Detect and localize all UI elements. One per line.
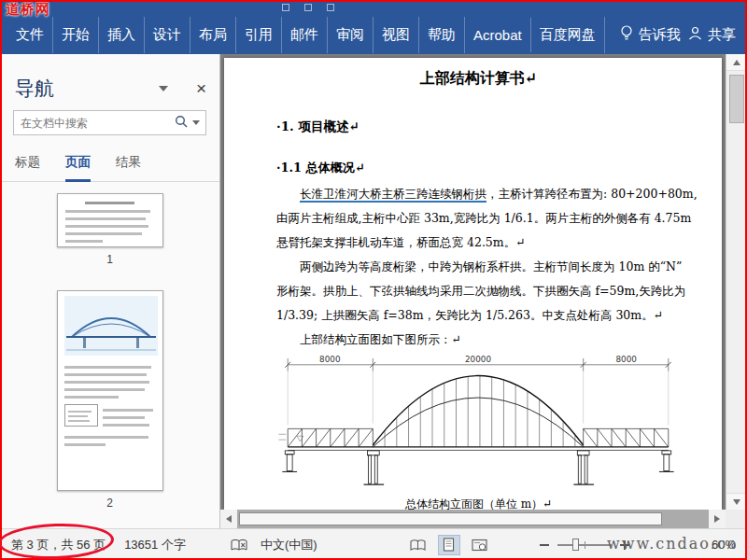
doc-paragraph-line: 悬臂托架支撑非机动车道，桥面总宽 42.5m。↵	[276, 231, 681, 255]
horizontal-scrollbar[interactable]	[220, 510, 726, 528]
site-logo: 道桥网	[6, 1, 50, 19]
page-thumbnail-list: 1	[0, 182, 219, 510]
navigation-title: 导航	[15, 76, 54, 102]
search-input[interactable]	[14, 117, 175, 130]
bridge-figure-wrap: 8000 20000 8000	[276, 356, 681, 495]
zoom-slider-handle[interactable]	[572, 539, 579, 551]
scroll-right-button[interactable]	[709, 510, 726, 528]
thumbnail-diagram-row	[64, 404, 156, 431]
doc-figure-intro: 上部结构立面图如下图所示：↵	[276, 328, 681, 352]
thumbnail-text-line	[64, 381, 149, 384]
tab-baidu-netdisk[interactable]: 百度网盘	[531, 17, 605, 53]
thumbnail-bridge-image	[64, 296, 158, 356]
deck-lines	[288, 447, 669, 450]
print-layout-button[interactable]	[438, 535, 460, 555]
search-box	[13, 110, 206, 135]
zoom-out-button[interactable]	[540, 544, 549, 546]
tab-layout[interactable]: 布局	[190, 17, 236, 53]
zoom-slider[interactable]	[557, 544, 612, 546]
thumbnail-text-line	[64, 396, 120, 399]
thumbnail-label-2: 2	[0, 497, 219, 510]
tab-file[interactable]: 文件	[7, 17, 53, 53]
doc-paragraph-line: 长淮卫淮河大桥主桥三跨连续钢桁拱，主桥计算跨径布置为: 80+200+80m,	[276, 182, 681, 206]
close-icon[interactable]: ×	[196, 81, 206, 96]
thumbnail-text-line	[64, 388, 145, 391]
nav-tab-pages[interactable]: 页面	[65, 154, 91, 182]
tab-mailings[interactable]: 邮件	[282, 17, 328, 53]
search-dropdown-icon[interactable]	[192, 120, 200, 125]
thumbnail-label-1: 1	[0, 253, 219, 266]
quick-access-icon[interactable]	[304, 4, 312, 11]
dimension-lines	[285, 358, 670, 426]
arrow-left-icon	[226, 515, 232, 523]
tell-me-button[interactable]: 告诉我	[620, 24, 681, 45]
word-window: 文件 开始 插入 设计 布局 引用 邮件 审阅 视图 帮助 Acrobat 百度…	[0, 0, 747, 560]
thumbnail-text-line	[64, 373, 147, 376]
scroll-up-button[interactable]	[726, 54, 747, 71]
bridge-elevation-figure: 8000 20000 8000	[276, 356, 680, 491]
figure-caption: 总体结构立面图（单位 m）↵	[276, 497, 681, 510]
title-bar	[0, 0, 747, 15]
thumbnail-text-line	[103, 424, 149, 427]
navigation-tabs: 标题 页面 结果	[0, 135, 219, 182]
grammar-underline-text: 长淮卫淮河大桥主桥三跨连续钢桁拱	[300, 187, 486, 203]
tab-design[interactable]: 设计	[145, 17, 190, 53]
tab-review[interactable]: 审阅	[328, 17, 374, 53]
thumbnail-text-line	[103, 409, 153, 412]
tab-view[interactable]: 视图	[374, 17, 419, 53]
quick-access-toolbar[interactable]	[282, 4, 334, 11]
arrow-up-icon	[733, 60, 740, 65]
page-thumbnail-1[interactable]	[57, 193, 163, 247]
page-thumbnail-2[interactable]	[57, 290, 163, 491]
thumbnail-text-line	[65, 232, 143, 235]
elevation-marks	[278, 434, 303, 441]
tab-references[interactable]: 引用	[236, 17, 282, 53]
thumbnail-text-line	[65, 217, 146, 220]
tab-home[interactable]: 开始	[53, 17, 99, 53]
app-body: 导航 × 标题 页面 结果	[0, 54, 747, 528]
thumbnail-text-line	[65, 210, 150, 213]
web-layout-button[interactable]	[469, 535, 491, 555]
thumbnail-text-line	[65, 225, 148, 228]
navigation-pane: 导航 × 标题 页面 结果	[0, 54, 220, 528]
chevron-down-icon[interactable]	[159, 86, 168, 91]
horizontal-scroll-thumb[interactable]	[239, 512, 662, 525]
thumbnail-text-line	[65, 240, 103, 243]
doc-paragraph-line: 1/3.39; 上拱圈矢高 f=38m，矢跨比为 1/5.263。中支点处桁高 …	[276, 303, 681, 328]
page-indicator[interactable]: 第 3 页，共 56 页	[11, 537, 106, 553]
share-button[interactable]: 共享	[688, 26, 740, 44]
arch-chords	[373, 376, 583, 447]
tab-insert[interactable]: 插入	[99, 17, 145, 53]
vertical-scroll-thumb[interactable]	[729, 75, 744, 123]
doc-paragraph-line: 两侧边跨为等高度桁梁，中跨为钢桁系杆拱。主桁节间长度为 10m 的“N”	[276, 255, 681, 279]
arrow-down-icon	[733, 499, 740, 505]
view-switcher	[407, 535, 491, 555]
document-page[interactable]: 上部结构计算书↵ ·1. 项目概述↵ ·1.1 总体概况↵ 长淮卫淮河大桥主桥三…	[224, 58, 722, 510]
dim-label-mid: 20000	[465, 356, 491, 364]
tab-help[interactable]: 帮助	[419, 17, 465, 53]
quick-access-icon[interactable]	[327, 4, 334, 11]
language-indicator[interactable]: 中文(中国)	[261, 537, 317, 553]
side-truss-lines	[288, 428, 669, 447]
dim-label-left: 8000	[319, 356, 341, 364]
doc-paragraph-line: 由两片主桁组成,主桁中心距 33m,宽跨比为 1/6.1。两片主桁的外侧各有 4…	[276, 206, 681, 231]
scroll-left-button[interactable]	[220, 510, 237, 528]
tell-me-label: 告诉我	[639, 26, 681, 44]
word-count[interactable]: 13651 个字	[124, 537, 186, 553]
proofing-icon[interactable]	[231, 539, 247, 552]
nav-tab-results[interactable]: 结果	[116, 154, 141, 181]
quick-access-icon[interactable]	[282, 4, 289, 11]
document-canvas: 上部结构计算书↵ ·1. 项目概述↵ ·1.1 总体概况↵ 长淮卫淮河大桥主桥三…	[220, 54, 747, 528]
nav-tab-headings[interactable]: 标题	[15, 154, 40, 181]
ribbon-tab-bar: 文件 开始 插入 设计 布局 引用 邮件 审阅 视图 帮助 Acrobat 百度…	[0, 15, 747, 54]
scroll-down-button[interactable]	[726, 493, 747, 510]
doc-title: 上部结构计算书↵	[276, 69, 681, 89]
share-label: 共享	[708, 26, 736, 44]
tab-acrobat[interactable]: Acrobat	[465, 18, 531, 52]
search-icon[interactable]	[175, 115, 188, 132]
pier-shapes	[282, 451, 673, 484]
vertical-scrollbar[interactable]	[726, 54, 747, 510]
thumbnail-text-line	[64, 436, 148, 439]
read-mode-button[interactable]	[407, 535, 430, 555]
doc-heading-1: ·1. 项目概述↵	[276, 119, 681, 135]
